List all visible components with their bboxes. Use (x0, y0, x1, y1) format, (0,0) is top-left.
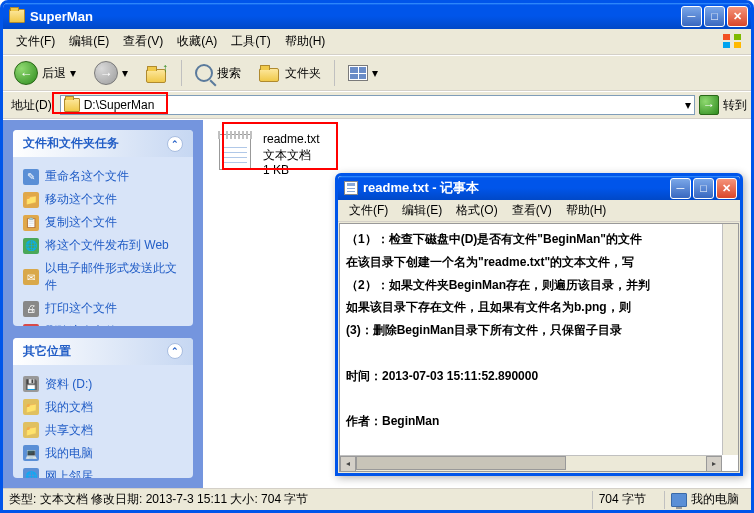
minimize-button[interactable]: ─ (681, 6, 702, 27)
notepad-icon (344, 181, 358, 195)
notepad-text-area[interactable]: （1）：检查下磁盘中(D)是否有文件"BeginMan"的文件 在该目录下创建一… (339, 223, 739, 472)
place-network[interactable]: 🌐网上邻居 (23, 465, 183, 478)
maximize-button[interactable]: □ (704, 6, 725, 27)
np-menu-view[interactable]: 查看(V) (505, 199, 559, 222)
menu-favorites[interactable]: 收藏(A) (170, 30, 224, 53)
np-menu-edit[interactable]: 编辑(E) (395, 199, 449, 222)
chevron-down-icon[interactable]: ▾ (685, 98, 691, 112)
np-menu-help[interactable]: 帮助(H) (559, 199, 614, 222)
notepad-menubar: 文件(F) 编辑(E) 格式(O) 查看(V) 帮助(H) (338, 200, 740, 222)
tasks-panel: 文件和文件夹任务 ⌃ ✎重命名这个文件 📁移动这个文件 📋复制这个文件 🌐将这个… (13, 130, 193, 326)
horizontal-scrollbar[interactable]: ◂ ▸ (340, 455, 722, 471)
text-line: 时间：2013-07-03 15:11:52.890000 (346, 365, 732, 388)
places-panel: 其它位置 ⌃ 💾资料 (D:) 📁我的文档 📁共享文档 💻我的电脑 🌐网上邻居 (13, 338, 193, 478)
close-button[interactable]: ✕ (727, 6, 748, 27)
menu-file[interactable]: 文件(F) (9, 30, 62, 53)
task-rename[interactable]: ✎重命名这个文件 (23, 165, 183, 188)
folder-icon (9, 9, 25, 23)
place-drive[interactable]: 💾资料 (D:) (23, 373, 183, 396)
address-input[interactable]: D:\SuperMan ▾ (60, 95, 695, 115)
explorer-statusbar: 类型: 文本文档 修改日期: 2013-7-3 15:11 大小: 704 字节… (3, 488, 751, 510)
scroll-right-button[interactable]: ▸ (706, 456, 722, 472)
file-size: 1 KB (263, 163, 320, 179)
notepad-close-button[interactable]: ✕ (716, 178, 737, 199)
chevron-up-icon: ⌃ (167, 343, 183, 359)
views-icon (348, 65, 368, 81)
notepad-maximize-button[interactable]: □ (693, 178, 714, 199)
status-location: 我的电脑 (691, 491, 739, 508)
task-publish[interactable]: 🌐将这个文件发布到 Web (23, 234, 183, 257)
text-line (346, 342, 732, 365)
computer-icon (671, 493, 687, 507)
explorer-toolbar: ← 后退 ▾ → ▾ ↑ 搜索 文件夹 ▾ (3, 55, 751, 91)
menu-view[interactable]: 查看(V) (116, 30, 170, 53)
search-button[interactable]: 搜索 (188, 58, 248, 88)
chevron-down-icon: ▾ (122, 66, 128, 80)
views-button[interactable]: ▾ (341, 58, 385, 88)
status-size: 704 字节 (599, 491, 646, 508)
go-button[interactable]: → (699, 95, 719, 115)
scroll-left-button[interactable]: ◂ (340, 456, 356, 472)
file-type: 文本文档 (263, 148, 320, 164)
notepad-title: readme.txt - 记事本 (363, 179, 670, 197)
chevron-up-icon: ⌃ (167, 136, 183, 152)
place-computer[interactable]: 💻我的电脑 (23, 442, 183, 465)
back-button[interactable]: ← 后退 ▾ (7, 58, 83, 88)
task-print[interactable]: 🖨打印这个文件 (23, 297, 183, 320)
chevron-down-icon: ▾ (70, 66, 76, 80)
address-label: 地址(D) (7, 97, 56, 114)
task-email[interactable]: ✉以电子邮件形式发送此文件 (23, 257, 183, 297)
window-title: SuperMan (30, 9, 681, 24)
tasks-panel-header[interactable]: 文件和文件夹任务 ⌃ (13, 130, 193, 157)
windows-flag-icon (717, 31, 747, 51)
text-line: 在该目录下创建一个名为"readme.txt"的文本文件，写 (346, 251, 732, 274)
notepad-window: readme.txt - 记事本 ─ □ ✕ 文件(F) 编辑(E) 格式(O)… (335, 173, 743, 476)
address-bar: 地址(D) D:\SuperMan ▾ → 转到 (3, 91, 751, 119)
explorer-titlebar[interactable]: SuperMan ─ □ ✕ (3, 3, 751, 29)
chevron-down-icon: ▾ (372, 66, 378, 80)
text-line: (3)：删除BeginMan目录下所有文件，只保留子目录 (346, 319, 732, 342)
places-panel-header[interactable]: 其它位置 ⌃ (13, 338, 193, 365)
search-icon (195, 64, 213, 82)
text-file-icon (215, 132, 255, 172)
task-move[interactable]: 📁移动这个文件 (23, 188, 183, 211)
place-documents[interactable]: 📁我的文档 (23, 396, 183, 419)
text-line: 如果该目录下存在文件，且如果有文件名为b.png，则 (346, 296, 732, 319)
back-arrow-icon: ← (14, 61, 38, 85)
np-menu-file[interactable]: 文件(F) (342, 199, 395, 222)
up-button[interactable]: ↑ (139, 58, 175, 88)
forward-button[interactable]: → ▾ (87, 58, 135, 88)
explorer-menubar: 文件(F) 编辑(E) 查看(V) 收藏(A) 工具(T) 帮助(H) (3, 29, 751, 55)
text-line: （2）：如果文件夹BeginMan存在，则遍历该目录，并判 (346, 274, 732, 297)
task-copy[interactable]: 📋复制这个文件 (23, 211, 183, 234)
vertical-scrollbar[interactable] (722, 224, 738, 455)
text-line: （1）：检查下磁盘中(D)是否有文件"BeginMan"的文件 (346, 228, 732, 251)
status-text: 类型: 文本文档 修改日期: 2013-7-3 15:11 大小: 704 字节 (9, 491, 308, 508)
np-menu-format[interactable]: 格式(O) (449, 199, 504, 222)
menu-tools[interactable]: 工具(T) (224, 30, 277, 53)
folder-icon (64, 98, 80, 112)
go-label: 转到 (723, 97, 747, 114)
place-shared[interactable]: 📁共享文档 (23, 419, 183, 442)
text-line: 作者：BeginMan (346, 410, 732, 433)
explorer-sidebar: 文件和文件夹任务 ⌃ ✎重命名这个文件 📁移动这个文件 📋复制这个文件 🌐将这个… (3, 120, 203, 488)
notepad-minimize-button[interactable]: ─ (670, 178, 691, 199)
scroll-thumb[interactable] (356, 456, 566, 470)
task-delete[interactable]: ✕删除这个文件 (23, 320, 183, 326)
folders-button[interactable]: 文件夹 (252, 58, 328, 88)
text-line (346, 388, 732, 411)
forward-arrow-icon: → (94, 61, 118, 85)
menu-help[interactable]: 帮助(H) (278, 30, 333, 53)
menu-edit[interactable]: 编辑(E) (62, 30, 116, 53)
notepad-titlebar[interactable]: readme.txt - 记事本 ─ □ ✕ (338, 176, 740, 200)
file-name: readme.txt (263, 132, 320, 148)
address-path: D:\SuperMan (84, 98, 155, 112)
